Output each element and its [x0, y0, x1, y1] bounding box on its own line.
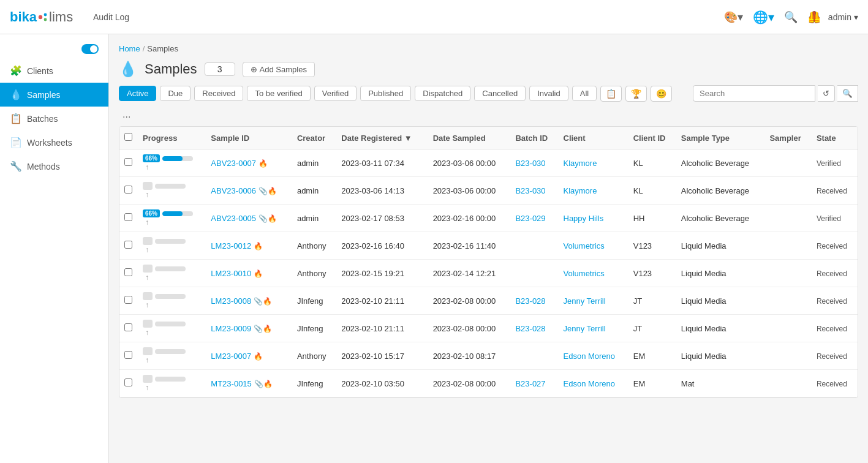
support-button[interactable]: 🦺 [805, 8, 823, 26]
client-link[interactable]: Volumetrics [564, 241, 605, 250]
filter-all[interactable]: All [572, 86, 597, 101]
row-creator: admin [292, 149, 336, 177]
row-checkbox-cell[interactable] [119, 287, 138, 315]
th-client-id[interactable]: Client ID [628, 127, 676, 149]
up-arrow-icon[interactable]: ↑ [145, 190, 149, 199]
row-checkbox-cell[interactable] [119, 149, 138, 177]
up-arrow-icon[interactable]: ↑ [145, 356, 149, 364]
up-arrow-icon[interactable]: ↑ [145, 328, 149, 337]
sidebar-item-samples[interactable]: 💧 Samples [0, 83, 108, 107]
row-creator: JInfeng [292, 315, 336, 342]
batch-id-link[interactable]: B23-030 [515, 186, 545, 195]
sample-id-link[interactable]: ABV23-0005 [211, 214, 256, 223]
client-link[interactable]: Edson Moreno [564, 379, 616, 388]
row-checkbox[interactable] [124, 378, 132, 386]
sample-id-link[interactable]: LM23-0012 [211, 241, 251, 250]
up-arrow-icon[interactable]: ↑ [145, 383, 149, 392]
filter-received[interactable]: Received [194, 86, 243, 101]
sample-id-link[interactable]: ABV23-0006 [211, 186, 256, 195]
filter-icon-2[interactable]: 🏆 [625, 86, 647, 102]
row-checkbox[interactable] [124, 241, 132, 249]
th-date-registered[interactable]: Date Registered ▼ [336, 127, 428, 149]
sidebar-item-worksheets[interactable]: 📄 Worksheets [0, 130, 108, 154]
row-checkbox[interactable] [124, 351, 132, 359]
up-arrow-icon[interactable]: ↑ [145, 163, 149, 171]
palette-button[interactable]: 🎨▾ [722, 8, 745, 26]
th-sampler[interactable]: Sampler [764, 127, 811, 149]
sidebar-toggle[interactable] [81, 44, 99, 54]
count-input[interactable] [205, 62, 235, 76]
add-samples-button[interactable]: ⊕ Add Samples [243, 62, 315, 77]
sample-id-link[interactable]: LM23-0010 [211, 269, 251, 278]
more-options-button[interactable]: ... [119, 108, 134, 121]
row-checkbox-cell[interactable] [119, 177, 138, 205]
sample-id-link[interactable]: MT23-0015 [211, 379, 251, 388]
client-link[interactable]: Edson Moreno [564, 352, 616, 361]
sample-id-link[interactable]: LM23-0009 [211, 324, 251, 333]
th-sample-id[interactable]: Sample ID [206, 127, 292, 149]
search-reset-button[interactable]: ↺ [818, 85, 835, 102]
sample-id-link[interactable]: LM23-0008 [211, 296, 251, 306]
row-checkbox-cell[interactable] [119, 342, 138, 370]
up-arrow-icon[interactable]: ↑ [145, 246, 149, 254]
th-date-sampled[interactable]: Date Sampled [428, 127, 511, 149]
client-link[interactable]: Volumetrics [564, 269, 605, 278]
batch-id-link[interactable]: B23-028 [515, 296, 545, 306]
th-select-all[interactable] [119, 127, 138, 149]
th-sample-type[interactable]: Sample Type [676, 127, 765, 149]
row-checkbox[interactable] [124, 186, 132, 194]
filter-dispatched[interactable]: Dispatched [415, 86, 470, 101]
th-creator[interactable]: Creator [292, 127, 336, 149]
client-link[interactable]: Jenny Terrill [564, 296, 606, 306]
admin-menu-button[interactable]: admin ▾ [828, 12, 858, 22]
filter-invalid[interactable]: Invalid [529, 86, 568, 101]
filter-icon-1[interactable]: 📋 [600, 86, 622, 102]
sample-id-link[interactable]: ABV23-0007 [211, 159, 256, 168]
filter-active[interactable]: Active [119, 86, 156, 101]
audit-log-link[interactable]: Audit Log [93, 12, 129, 22]
row-batch-id [510, 232, 558, 260]
th-client[interactable]: Client [559, 127, 628, 149]
search-submit-button[interactable]: 🔍 [837, 85, 858, 102]
up-arrow-icon[interactable]: ↑ [145, 301, 149, 309]
row-checkbox[interactable] [124, 296, 132, 304]
row-checkbox[interactable] [124, 158, 132, 166]
breadcrumb-home[interactable]: Home [119, 44, 140, 53]
row-checkbox-cell[interactable] [119, 260, 138, 287]
row-checkbox[interactable] [124, 213, 132, 221]
row-checkbox-cell[interactable] [119, 315, 138, 342]
row-checkbox-cell[interactable] [119, 205, 138, 232]
filter-published[interactable]: Published [360, 86, 411, 101]
row-checkbox[interactable] [124, 323, 132, 331]
row-checkbox-cell[interactable] [119, 370, 138, 397]
filter-verified[interactable]: Verified [314, 86, 357, 101]
select-all-checkbox[interactable] [124, 133, 132, 141]
batch-id-link[interactable]: B23-028 [515, 324, 545, 333]
client-link[interactable]: Klaymore [564, 159, 597, 168]
batch-id-link[interactable]: B23-027 [515, 379, 545, 388]
globe-button[interactable]: 🌐▾ [750, 7, 777, 27]
th-state[interactable]: State [812, 127, 858, 149]
filter-icon-3[interactable]: 😊 [651, 86, 672, 102]
filter-to-be-verified[interactable]: To be verified [247, 86, 310, 101]
up-arrow-icon[interactable]: ↑ [145, 218, 149, 227]
row-sample-type: Mat [676, 370, 765, 397]
filter-due[interactable]: Due [160, 86, 191, 101]
sidebar-item-batches[interactable]: 📋 Batches [0, 107, 108, 130]
row-checkbox[interactable] [124, 268, 132, 276]
client-link[interactable]: Jenny Terrill [564, 324, 606, 333]
sidebar-item-clients[interactable]: 🧩 Clients [0, 59, 108, 83]
search-input[interactable] [693, 85, 815, 102]
batch-id-link[interactable]: B23-030 [515, 159, 545, 168]
client-link[interactable]: Klaymore [564, 186, 597, 195]
sidebar-item-methods[interactable]: 🔧 Methods [0, 154, 108, 178]
sample-id-link[interactable]: LM23-0007 [211, 352, 251, 361]
client-link[interactable]: Happy Hills [564, 214, 604, 223]
search-button[interactable]: 🔍 [782, 8, 800, 26]
th-batch-id[interactable]: Batch ID [510, 127, 558, 149]
up-arrow-icon[interactable]: ↑ [145, 273, 149, 282]
row-checkbox-cell[interactable] [119, 232, 138, 260]
batch-id-link[interactable]: B23-029 [515, 214, 545, 223]
row-client-id: V123 [628, 232, 676, 260]
filter-cancelled[interactable]: Cancelled [474, 86, 526, 101]
